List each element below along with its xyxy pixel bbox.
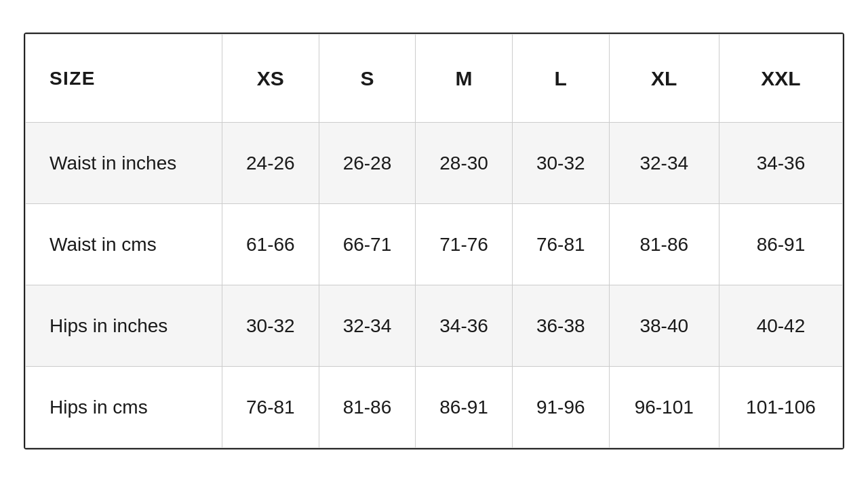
table-row: Hips in inches30-3232-3434-3636-3838-404… xyxy=(26,285,843,367)
cell-l: 30-32 xyxy=(512,123,609,204)
cell-xl: 38-40 xyxy=(609,285,719,367)
row-label: Waist in cms xyxy=(26,204,222,285)
cell-s: 32-34 xyxy=(319,285,416,367)
header-l: L xyxy=(512,35,609,123)
header-xxl: XXL xyxy=(719,35,842,123)
cell-m: 28-30 xyxy=(416,123,513,204)
table-row: Waist in inches24-2626-2828-3030-3232-34… xyxy=(26,123,843,204)
table-header-row: SIZE XS S M L XL XXL xyxy=(26,35,843,123)
size-chart-table: SIZE XS S M L XL XXL Waist in inches24-2… xyxy=(25,34,843,448)
cell-xl: 32-34 xyxy=(609,123,719,204)
cell-xs: 61-66 xyxy=(222,204,319,285)
cell-xs: 30-32 xyxy=(222,285,319,367)
row-label: Hips in inches xyxy=(26,285,222,367)
cell-xxl: 86-91 xyxy=(719,204,842,285)
header-s: S xyxy=(319,35,416,123)
cell-m: 34-36 xyxy=(416,285,513,367)
cell-l: 91-96 xyxy=(512,367,609,448)
cell-m: 71-76 xyxy=(416,204,513,285)
cell-s: 66-71 xyxy=(319,204,416,285)
cell-xxl: 101-106 xyxy=(719,367,842,448)
header-size: SIZE xyxy=(26,35,222,123)
cell-xs: 24-26 xyxy=(222,123,319,204)
cell-l: 76-81 xyxy=(512,204,609,285)
header-xs: XS xyxy=(222,35,319,123)
table-row: Waist in cms61-6666-7171-7676-8181-8686-… xyxy=(26,204,843,285)
header-xl: XL xyxy=(609,35,719,123)
row-label: Hips in cms xyxy=(26,367,222,448)
row-label: Waist in inches xyxy=(26,123,222,204)
size-chart-wrapper: SIZE XS S M L XL XXL Waist in inches24-2… xyxy=(24,33,844,449)
cell-m: 86-91 xyxy=(416,367,513,448)
cell-s: 81-86 xyxy=(319,367,416,448)
cell-xl: 81-86 xyxy=(609,204,719,285)
cell-xxl: 34-36 xyxy=(719,123,842,204)
cell-xxl: 40-42 xyxy=(719,285,842,367)
cell-xl: 96-101 xyxy=(609,367,719,448)
header-m: M xyxy=(416,35,513,123)
cell-s: 26-28 xyxy=(319,123,416,204)
table-row: Hips in cms76-8181-8686-9191-9696-101101… xyxy=(26,367,843,448)
cell-l: 36-38 xyxy=(512,285,609,367)
cell-xs: 76-81 xyxy=(222,367,319,448)
